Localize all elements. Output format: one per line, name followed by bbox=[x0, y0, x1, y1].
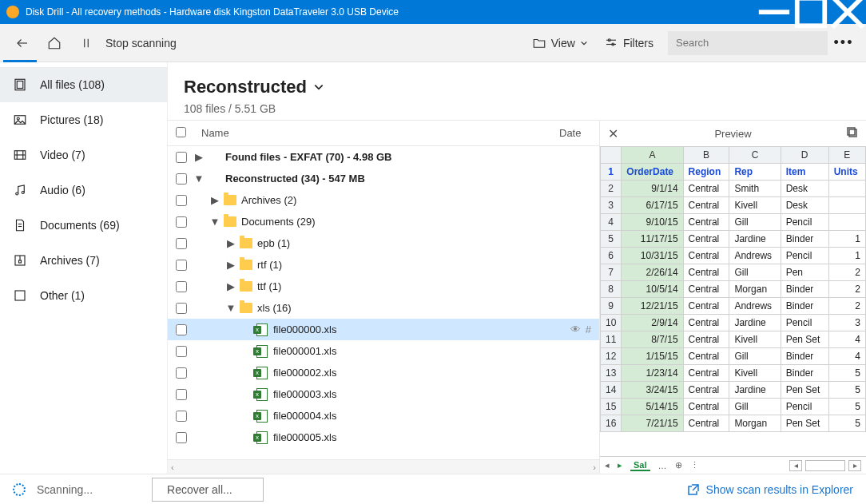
cell[interactable]: Pen Set bbox=[781, 415, 828, 432]
cell[interactable]: Central bbox=[683, 214, 729, 231]
cell[interactable]: Item bbox=[781, 164, 828, 181]
expand-caret[interactable]: ▶ bbox=[208, 194, 222, 206]
recover-all-button[interactable]: Recover all... bbox=[152, 478, 264, 502]
more-menu[interactable]: ••• bbox=[828, 34, 860, 51]
expand-caret[interactable]: ▼ bbox=[192, 173, 206, 185]
cell[interactable]: Pencil bbox=[781, 248, 828, 264]
row-header[interactable]: 13 bbox=[601, 365, 622, 382]
cell[interactable]: Pencil bbox=[781, 315, 828, 331]
row-checkbox[interactable] bbox=[176, 324, 187, 335]
row-checkbox[interactable] bbox=[176, 303, 187, 314]
cell[interactable] bbox=[828, 214, 865, 231]
pause-button[interactable] bbox=[70, 27, 102, 59]
sidebar-item-files[interactable]: All files (108) bbox=[0, 67, 167, 102]
cell[interactable]: 9/1/14 bbox=[622, 181, 683, 197]
cell[interactable]: Central bbox=[683, 281, 729, 298]
cell[interactable]: 4 bbox=[828, 331, 865, 348]
cell[interactable]: Central bbox=[683, 264, 729, 281]
col-header[interactable]: B bbox=[683, 147, 729, 164]
cell[interactable] bbox=[828, 181, 865, 197]
cell[interactable]: Morgan bbox=[729, 415, 781, 432]
show-in-explorer-link[interactable]: Show scan results in Explorer bbox=[687, 483, 853, 496]
cell[interactable]: 8/7/15 bbox=[622, 331, 683, 348]
cell[interactable]: 2 bbox=[828, 264, 865, 281]
cell[interactable]: Binder bbox=[781, 298, 828, 315]
sheet-nav-prev[interactable]: ◂ bbox=[605, 460, 610, 470]
corner-cell[interactable] bbox=[601, 147, 622, 164]
row-checkbox[interactable] bbox=[176, 389, 187, 400]
cell[interactable]: Kivell bbox=[729, 365, 781, 382]
cell[interactable]: 10/5/14 bbox=[622, 281, 683, 298]
cell[interactable] bbox=[828, 197, 865, 214]
sheet-add[interactable]: ⊕ bbox=[675, 460, 682, 470]
cell[interactable]: Kivell bbox=[729, 331, 781, 348]
cell[interactable]: 5/14/15 bbox=[622, 399, 683, 415]
row-checkbox[interactable] bbox=[176, 195, 187, 206]
cell[interactable]: Central bbox=[683, 315, 729, 331]
file-row[interactable]: file000003.xls👁# bbox=[168, 383, 599, 405]
expand-caret[interactable]: ▶ bbox=[224, 259, 238, 271]
expand-caret[interactable]: ▼ bbox=[208, 216, 222, 228]
cell[interactable]: Jardine bbox=[729, 231, 781, 248]
cell[interactable]: 1 bbox=[828, 248, 865, 264]
hscroll-track[interactable] bbox=[805, 460, 845, 471]
cell[interactable]: Pencil bbox=[781, 399, 828, 415]
file-row[interactable]: file000004.xls👁# bbox=[168, 405, 599, 427]
row-header[interactable]: 11 bbox=[601, 331, 622, 348]
cell[interactable]: Andrews bbox=[729, 298, 781, 315]
row-header[interactable]: 2 bbox=[601, 181, 622, 197]
sheet-tab-active[interactable]: Sal bbox=[630, 460, 650, 471]
folder-row[interactable]: ▶ttf (1)👁# bbox=[168, 276, 599, 297]
sidebar-item-audio[interactable]: Audio (6) bbox=[0, 173, 167, 208]
row-header[interactable]: 8 bbox=[601, 281, 622, 298]
view-menu[interactable]: View bbox=[524, 27, 596, 59]
sidebar-item-video[interactable]: Video (7) bbox=[0, 137, 167, 173]
stop-scanning-label[interactable]: Stop scanning bbox=[105, 37, 177, 50]
folder-row[interactable]: ▼xls (16)👁# bbox=[168, 297, 599, 319]
group-row[interactable]: ▶Found files - EXFAT (70) - 4.98 GB👁# bbox=[168, 146, 599, 168]
row-header[interactable]: 16 bbox=[601, 415, 622, 432]
hash-icon[interactable]: # bbox=[586, 323, 591, 335]
sidebar-item-archives[interactable]: Archives (7) bbox=[0, 243, 167, 278]
row-header[interactable]: 1 bbox=[601, 164, 622, 181]
sidebar-item-other[interactable]: Other (1) bbox=[0, 278, 167, 313]
col-header[interactable]: C bbox=[729, 147, 781, 164]
cell[interactable]: 10/31/15 bbox=[622, 248, 683, 264]
row-checkbox[interactable] bbox=[176, 281, 187, 292]
row-header[interactable]: 9 bbox=[601, 298, 622, 315]
cell[interactable]: Central bbox=[683, 415, 729, 432]
cell[interactable]: Central bbox=[683, 382, 729, 399]
row-checkbox[interactable] bbox=[176, 411, 187, 422]
cell[interactable]: Pen Set bbox=[781, 382, 828, 399]
close-preview-button[interactable]: ✕ bbox=[608, 126, 618, 141]
row-header[interactable]: 7 bbox=[601, 264, 622, 281]
sheet-nav-next[interactable]: ▸ bbox=[618, 460, 622, 470]
row-header[interactable]: 15 bbox=[601, 399, 622, 415]
cell[interactable]: 6/17/15 bbox=[622, 197, 683, 214]
cell[interactable]: Binder bbox=[781, 348, 828, 365]
close-window-button[interactable] bbox=[829, 0, 866, 24]
row-checkbox[interactable] bbox=[176, 152, 187, 163]
cell[interactable]: 2 bbox=[828, 298, 865, 315]
cell[interactable]: Gill bbox=[729, 348, 781, 365]
cell[interactable]: Gill bbox=[729, 399, 781, 415]
cell[interactable]: Region bbox=[683, 164, 729, 181]
cell[interactable]: 3/24/15 bbox=[622, 382, 683, 399]
search-input[interactable] bbox=[668, 31, 828, 55]
cell[interactable]: Central bbox=[683, 231, 729, 248]
sidebar-item-documents[interactable]: Documents (69) bbox=[0, 208, 167, 243]
expand-caret[interactable]: ▶ bbox=[192, 151, 206, 163]
col-header[interactable]: E bbox=[828, 147, 865, 164]
cell[interactable]: Desk bbox=[781, 181, 828, 197]
row-checkbox[interactable] bbox=[176, 346, 187, 357]
sheet-menu[interactable]: ⋮ bbox=[690, 460, 699, 470]
cell[interactable]: Jardine bbox=[729, 315, 781, 331]
cell[interactable]: Central bbox=[683, 298, 729, 315]
page-title[interactable]: Reconstructed bbox=[184, 77, 324, 97]
file-row[interactable]: file000002.xls👁# bbox=[168, 362, 599, 383]
row-header[interactable]: 3 bbox=[601, 197, 622, 214]
horizontal-scrollbar[interactable]: ‹› bbox=[168, 459, 599, 474]
folder-row[interactable]: ▶epb (1)👁# bbox=[168, 232, 599, 254]
row-checkbox[interactable] bbox=[176, 367, 187, 379]
sidebar-item-pictures[interactable]: Pictures (18) bbox=[0, 102, 167, 137]
